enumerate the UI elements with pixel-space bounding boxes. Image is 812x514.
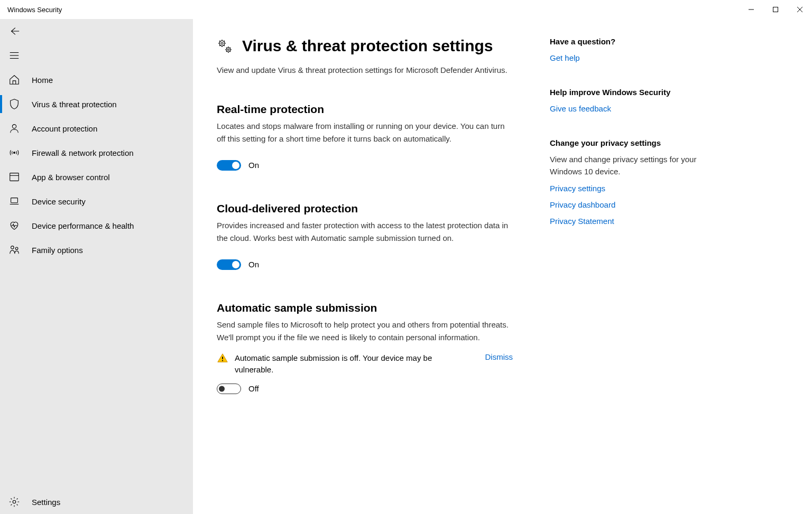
gear-icon: [8, 496, 20, 508]
right-title: Have a question?: [550, 37, 698, 46]
svg-point-14: [13, 500, 16, 503]
section-title: Automatic sample submission: [217, 302, 513, 314]
sidebar-item-label: Firewall & network protection: [32, 148, 134, 157]
sidebar-item-label: App & browser control: [32, 173, 110, 182]
maximize-button[interactable]: [763, 0, 788, 19]
person-icon: [8, 123, 20, 134]
shield-icon: [8, 98, 20, 110]
svg-point-12: [11, 246, 14, 249]
svg-rect-9: [10, 173, 19, 181]
home-icon: [8, 74, 20, 86]
warning-triangle-icon: [217, 352, 228, 364]
svg-point-16: [221, 42, 223, 44]
content-area: Virus & threat protection settings View …: [193, 19, 812, 514]
privacy-statement-link[interactable]: Privacy Statement: [550, 216, 698, 227]
toggle-state-label: On: [248, 260, 259, 269]
sidebar-item-virus-threat[interactable]: Virus & threat protection: [0, 92, 193, 116]
browser-icon: [8, 171, 20, 183]
right-description: View and change privacy settings for you…: [550, 154, 698, 177]
svg-point-17: [226, 48, 230, 52]
right-column: Have a question? Get help Help improve W…: [550, 37, 698, 514]
right-section-privacy: Change your privacy settings View and ch…: [550, 138, 698, 227]
warning-text: Automatic sample submission is off. Your…: [235, 352, 469, 376]
toggle-state-label: On: [248, 161, 259, 170]
section-realtime: Real-time protection Locates and stops m…: [217, 103, 513, 171]
right-title: Help improve Windows Security: [550, 88, 698, 97]
section-description: Send sample files to Microsoft to help p…: [217, 319, 513, 344]
sidebar-item-label: Settings: [32, 498, 60, 507]
heart-pulse-icon: [8, 220, 20, 231]
close-button[interactable]: [788, 0, 812, 19]
cloud-toggle[interactable]: [217, 259, 241, 270]
laptop-icon: [8, 195, 20, 207]
feedback-link[interactable]: Give us feedback: [550, 103, 698, 114]
svg-point-20: [222, 360, 223, 361]
dismiss-link[interactable]: Dismiss: [485, 352, 513, 361]
sidebar-item-label: Family options: [32, 246, 83, 255]
hamburger-icon: [8, 50, 20, 61]
warning-row: Automatic sample submission is off. Your…: [217, 352, 513, 376]
section-cloud: Cloud-delivered protection Provides incr…: [217, 202, 513, 270]
back-button[interactable]: [0, 19, 193, 43]
sidebar-item-performance[interactable]: Device performance & health: [0, 213, 193, 238]
sidebar: Home Virus & threat protection Account p…: [0, 19, 193, 514]
section-title: Real-time protection: [217, 103, 513, 116]
sidebar-item-settings[interactable]: Settings: [0, 490, 193, 514]
section-title: Cloud-delivered protection: [217, 202, 513, 215]
svg-rect-1: [773, 7, 778, 12]
section-sample-submission: Automatic sample submission Send sample …: [217, 302, 513, 394]
svg-point-18: [228, 49, 229, 51]
page-header: Virus & threat protection settings: [217, 37, 513, 55]
sample-toggle[interactable]: [217, 384, 241, 394]
back-arrow-icon: [8, 25, 20, 37]
right-title: Change your privacy settings: [550, 138, 698, 147]
svg-point-7: [12, 125, 16, 128]
get-help-link[interactable]: Get help: [550, 52, 698, 63]
right-section-improve: Help improve Windows Security Give us fe…: [550, 88, 698, 114]
svg-point-8: [14, 152, 15, 154]
window-title: Windows Security: [0, 6, 62, 14]
sidebar-item-firewall[interactable]: Firewall & network protection: [0, 141, 193, 165]
realtime-toggle[interactable]: [217, 160, 241, 171]
privacy-settings-link[interactable]: Privacy settings: [550, 183, 698, 194]
toggle-state-label: Off: [248, 384, 259, 393]
sidebar-item-family[interactable]: Family options: [0, 238, 193, 262]
sidebar-item-label: Account protection: [32, 124, 97, 133]
sidebar-item-label: Home: [32, 76, 53, 85]
gears-icon: [217, 38, 233, 54]
right-section-question: Have a question? Get help: [550, 37, 698, 63]
sidebar-item-label: Device security: [32, 197, 86, 206]
antenna-icon: [8, 147, 20, 158]
sidebar-item-device-security[interactable]: Device security: [0, 189, 193, 213]
privacy-dashboard-link[interactable]: Privacy dashboard: [550, 199, 698, 210]
svg-point-13: [15, 247, 18, 250]
page-description: View and update Virus & threat protectio…: [217, 64, 513, 77]
section-description: Provides increased and faster protection…: [217, 219, 513, 245]
titlebar: Windows Security: [0, 0, 812, 19]
section-description: Locates and stops malware from installin…: [217, 120, 513, 145]
sidebar-item-app-browser[interactable]: App & browser control: [0, 165, 193, 189]
sidebar-item-label: Virus & threat protection: [32, 100, 117, 109]
page-title: Virus & threat protection settings: [242, 37, 493, 55]
sidebar-item-account[interactable]: Account protection: [0, 116, 193, 141]
family-icon: [8, 244, 20, 256]
hamburger-button[interactable]: [0, 43, 193, 68]
sidebar-item-home[interactable]: Home: [0, 68, 193, 92]
minimize-button[interactable]: [739, 0, 763, 19]
sidebar-item-label: Device performance & health: [32, 221, 134, 230]
svg-rect-11: [11, 198, 18, 203]
